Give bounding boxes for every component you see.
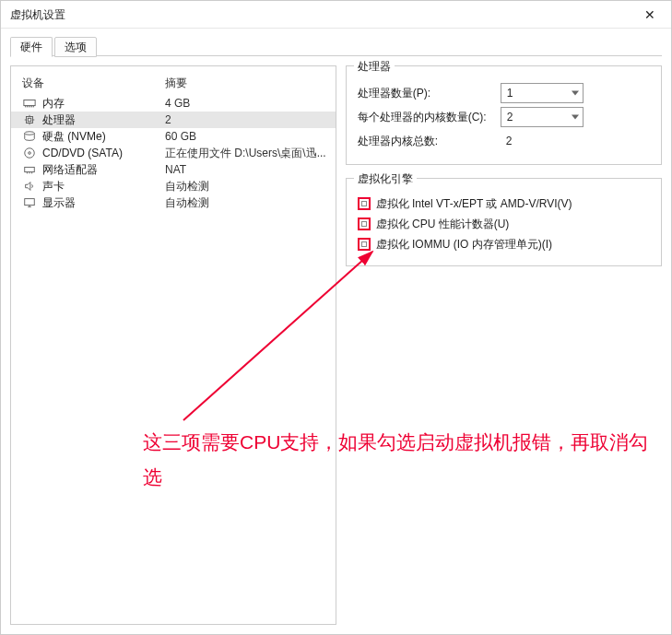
- proc-total-label: 处理器内核总数:: [358, 134, 501, 149]
- tab-options[interactable]: 选项: [54, 37, 97, 57]
- proc-cores-value: 2: [507, 111, 513, 123]
- virt-perf-label: 虚拟化 CPU 性能计数器(U): [376, 217, 510, 232]
- hw-dev-label: 网络适配器: [42, 162, 165, 178]
- hw-sum-label: 60 GB: [165, 130, 326, 143]
- svg-rect-16: [25, 167, 35, 171]
- close-icon: ✕: [644, 7, 655, 22]
- hw-dev-label: 显示器: [42, 195, 165, 211]
- detail-pane: 处理器 处理器数量(P): 1 每个处理器的内核数量(C): 2: [346, 65, 662, 625]
- memory-icon: [22, 96, 37, 111]
- header-device: 设备: [22, 76, 165, 91]
- checkbox-icon: [358, 238, 371, 251]
- virt-perf-line[interactable]: 虚拟化 CPU 性能计数器(U): [358, 214, 650, 234]
- header-summary: 摘要: [165, 76, 326, 91]
- hw-sum-label: NAT: [165, 163, 326, 176]
- hw-dev-label: 内存: [42, 96, 165, 112]
- processor-group: 处理器 处理器数量(P): 1 每个处理器的内核数量(C): 2: [346, 65, 662, 165]
- virt-vtX-line[interactable]: 虚拟化 Intel VT-x/EPT 或 AMD-V/RVI(V): [358, 194, 650, 214]
- proc-num-select[interactable]: 1: [501, 83, 584, 103]
- hw-row-disk[interactable]: 硬盘 (NVMe) 60 GB: [11, 128, 336, 145]
- chevron-down-icon: [572, 91, 579, 96]
- proc-cores-label: 每个处理器的内核数量(C):: [358, 110, 501, 125]
- hw-row-display[interactable]: 显示器 自动检测: [11, 194, 336, 211]
- svg-point-15: [29, 152, 31, 155]
- virt-group: 虚拟化引擎 虚拟化 Intel VT-x/EPT 或 AMD-V/RVI(V) …: [346, 178, 662, 266]
- annotation-note: 这三项需要CPU支持，如果勾选启动虚拟机报错，再取消勾选: [143, 425, 659, 495]
- virt-legend: 虚拟化引擎: [354, 171, 417, 187]
- hw-sum-label: 正在使用文件 D:\Users\桌面\迅...: [165, 146, 326, 161]
- hw-row-processor[interactable]: 处理器 2: [11, 112, 336, 128]
- svg-rect-7: [27, 117, 33, 123]
- window-title: 虚拟机设置: [10, 8, 65, 21]
- hw-dev-label: 声卡: [42, 179, 165, 194]
- display-icon: [22, 195, 37, 210]
- proc-cores-select[interactable]: 2: [501, 107, 584, 127]
- titlebar: 虚拟机设置 ✕: [1, 1, 671, 29]
- hw-sum-label: 自动检测: [165, 195, 326, 211]
- svg-point-13: [25, 132, 35, 135]
- cpu-icon: [22, 112, 37, 127]
- hw-sum-label: 2: [165, 113, 326, 126]
- chevron-down-icon: [572, 115, 579, 120]
- svg-rect-20: [25, 199, 35, 206]
- hardware-list: 设备 摘要 内存 4 GB 处理器 2 硬盘 (NVMe) 60 GB CD/D: [10, 65, 336, 625]
- checkbox-icon: [358, 197, 371, 210]
- hw-row-sound[interactable]: 声卡 自动检测: [11, 178, 336, 194]
- processor-legend: 处理器: [354, 59, 395, 75]
- checkbox-icon: [358, 218, 371, 230]
- proc-num-label: 处理器数量(P):: [358, 86, 501, 101]
- tab-hardware[interactable]: 硬件: [10, 37, 53, 57]
- settings-body: 设备 摘要 内存 4 GB 处理器 2 硬盘 (NVMe) 60 GB CD/D: [1, 56, 671, 634]
- svg-point-14: [25, 148, 35, 159]
- hw-sum-label: 自动检测: [165, 179, 326, 194]
- hw-sum-label: 4 GB: [165, 97, 326, 110]
- sound-icon: [22, 179, 37, 194]
- cd-icon: [22, 146, 37, 160]
- hw-row-network[interactable]: 网络适配器 NAT: [11, 161, 336, 178]
- virt-iommu-line[interactable]: 虚拟化 IOMMU (IO 内存管理单元)(I): [358, 234, 650, 254]
- virt-iommu-label: 虚拟化 IOMMU (IO 内存管理单元)(I): [376, 237, 552, 253]
- hw-row-cddvd[interactable]: CD/DVD (SATA) 正在使用文件 D:\Users\桌面\迅...: [11, 145, 336, 161]
- hw-dev-label: 硬盘 (NVMe): [42, 129, 165, 145]
- disk-icon: [22, 129, 37, 144]
- proc-num-value: 1: [507, 87, 513, 100]
- virt-vtX-label: 虚拟化 Intel VT-x/EPT 或 AMD-V/RVI(V): [376, 196, 572, 212]
- svg-rect-8: [28, 118, 31, 122]
- hw-row-memory[interactable]: 内存 4 GB: [11, 95, 336, 112]
- hw-dev-label: 处理器: [42, 112, 165, 128]
- network-icon: [22, 162, 37, 177]
- hardware-header: 设备 摘要: [11, 74, 336, 95]
- hw-dev-label: CD/DVD (SATA): [42, 147, 165, 159]
- close-button[interactable]: ✕: [629, 1, 671, 28]
- tab-bar: 硬件 选项: [1, 29, 671, 56]
- svg-rect-0: [24, 100, 35, 106]
- proc-total-value: 2: [501, 135, 513, 147]
- vm-settings-window: { "window": { "title": "虚拟机设置" }, "tabs"…: [0, 0, 672, 635]
